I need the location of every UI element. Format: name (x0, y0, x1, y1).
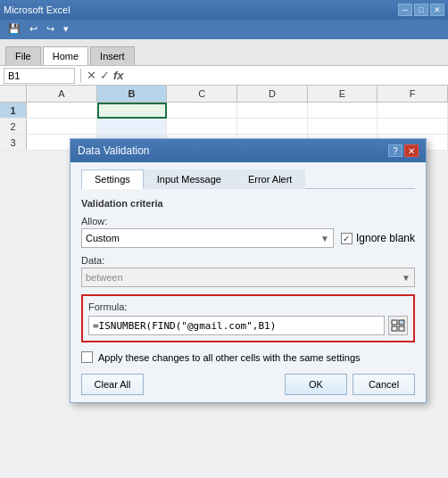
cell-a2[interactable] (27, 119, 97, 135)
cell-d1[interactable] (237, 103, 308, 119)
dialog-close-button[interactable]: ✕ (404, 144, 419, 157)
clear-all-button[interactable]: Clear All (81, 374, 144, 395)
svg-rect-3 (399, 326, 404, 331)
formula-divider (80, 69, 81, 83)
cancel-button[interactable]: Cancel (353, 374, 415, 395)
maximize-button[interactable]: □ (414, 4, 428, 16)
ok-button[interactable]: OK (285, 374, 347, 395)
tab-settings[interactable]: Settings (81, 169, 144, 189)
cell-a1[interactable] (27, 103, 97, 119)
title-bar: Microsoft Excel ─ □ ✕ (0, 0, 448, 20)
section-title: Validation criteria (81, 198, 415, 209)
data-dropdown-arrow: ▼ (402, 273, 411, 283)
formula-icons: ✕ ✓ fx (87, 69, 124, 82)
dialog-title-controls: ? ✕ (388, 144, 419, 157)
ignore-blank-checkbox[interactable]: ✓ (341, 233, 353, 244)
apply-checkbox[interactable] (81, 351, 93, 363)
formula-ref-button[interactable] (388, 316, 408, 335)
data-row: between ▼ (81, 268, 415, 287)
cell-b1[interactable] (97, 103, 168, 119)
allow-dropdown-arrow: ▼ (320, 234, 329, 243)
col-header-f: F (377, 86, 448, 102)
data-select[interactable]: between ▼ (81, 268, 415, 287)
data-validation-dialog: Data Validation ? ✕ Settings Input Messa… (70, 138, 427, 403)
confirm-icon[interactable]: ✓ (100, 69, 110, 82)
col-header-e: E (308, 86, 378, 102)
name-box[interactable]: B1 (4, 68, 75, 84)
cell-d2[interactable] (237, 119, 308, 135)
cell-c2[interactable] (167, 119, 237, 135)
row-header-2: 2 (0, 119, 27, 135)
formula-input[interactable]: =ISNUMBER(FIND("@gmail.com",B1) (88, 316, 385, 335)
formula-label: Formula: (88, 301, 408, 312)
cell-c1[interactable] (167, 103, 237, 119)
ribbon-tabs: File Home Insert (0, 39, 448, 65)
svg-rect-2 (392, 326, 397, 331)
quick-access-toolbar: 💾 ↩ ↪ ▾ (0, 20, 448, 39)
qa-dropdown-button[interactable]: ▾ (61, 22, 71, 36)
cell-e2[interactable] (308, 119, 378, 135)
tab-home[interactable]: Home (43, 46, 88, 65)
dialog-tabs: Settings Input Message Error Alert (81, 169, 415, 189)
app-title: Microsoft Excel (4, 4, 71, 15)
cell-ref-icon (391, 319, 405, 332)
table-row: 1 (0, 103, 448, 119)
allow-row: Custom ▼ ✓ Ignore blank (81, 228, 415, 248)
cell-f1[interactable] (377, 103, 448, 119)
apply-label: Apply these changes to all other cells w… (98, 352, 361, 363)
dialog-help-button[interactable]: ? (388, 144, 402, 157)
row-header-3: 3 (0, 135, 27, 151)
formula-input-row: =ISNUMBER(FIND("@gmail.com",B1) (88, 316, 408, 335)
cell-b2[interactable] (97, 119, 168, 135)
title-bar-controls: ─ □ ✕ (398, 4, 444, 16)
tab-input-message[interactable]: Input Message (144, 169, 235, 189)
tab-insert[interactable]: Insert (90, 46, 135, 65)
col-header-a: A (27, 86, 97, 102)
column-headers: A B C D E F (0, 86, 448, 103)
excel-window: Microsoft Excel ─ □ ✕ 💾 ↩ ↪ ▾ File Home … (0, 0, 448, 478)
svg-rect-1 (399, 320, 404, 325)
cancel-icon[interactable]: ✕ (87, 69, 96, 82)
tab-error-alert[interactable]: Error Alert (235, 169, 306, 189)
formula-bar: B1 ✕ ✓ fx (0, 66, 448, 86)
tab-file[interactable]: File (5, 46, 41, 65)
col-header-d: D (237, 86, 308, 102)
ignore-blank-label: Ignore blank (356, 232, 415, 244)
minimize-button[interactable]: ─ (398, 4, 412, 16)
dialog-content: Settings Input Message Error Alert Valid… (71, 162, 426, 402)
dialog-actions: Clear All OK Cancel (81, 374, 415, 395)
data-label: Data: (81, 255, 415, 266)
ribbon-area: 💾 ↩ ↪ ▾ File Home Insert (0, 20, 448, 66)
svg-rect-0 (392, 320, 397, 325)
table-row: 2 (0, 119, 448, 135)
redo-qa-button[interactable]: ↪ (44, 22, 57, 36)
col-header-c: C (167, 86, 237, 102)
cell-f2[interactable] (377, 119, 448, 135)
row-header-1: 1 (0, 103, 27, 119)
ignore-blank-row: ✓ Ignore blank (341, 232, 415, 244)
save-qa-button[interactable]: 💾 (5, 22, 23, 36)
allow-label: Allow: (81, 216, 415, 227)
undo-qa-button[interactable]: ↩ (27, 22, 40, 36)
formula-section: Formula: =ISNUMBER(FIND("@gmail.com",B1) (81, 294, 415, 342)
cell-e1[interactable] (308, 103, 378, 119)
close-button[interactable]: ✕ (430, 4, 444, 16)
apply-row: Apply these changes to all other cells w… (81, 351, 415, 363)
dialog-title: Data Validation (78, 144, 150, 157)
fx-icon[interactable]: fx (113, 69, 124, 82)
allow-select[interactable]: Custom ▼ (81, 228, 334, 248)
col-header-b: B (97, 86, 168, 102)
dialog-title-bar: Data Validation ? ✕ (71, 139, 426, 162)
corner-cell (0, 86, 27, 102)
